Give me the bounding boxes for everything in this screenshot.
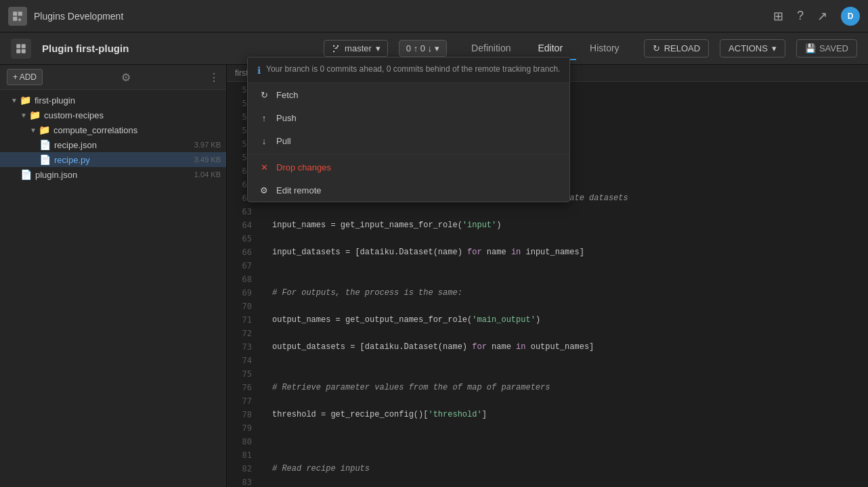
code-line: output_names = get_output_names_for_role… <box>264 313 861 327</box>
tree-item-recipe-py[interactable]: 📄 recipe.py 3.49 KB <box>0 152 226 167</box>
code-line: # Retrieve parameter values from the of … <box>264 381 861 394</box>
tree-label-compute-correlations: compute_correlations <box>53 125 221 135</box>
code-line: output_datasets = [dataiku.Dataset(name)… <box>264 340 861 354</box>
git-dropdown: ℹ Your branch is 0 commits ahead, 0 comm… <box>247 57 570 202</box>
reload-icon: ↻ <box>653 43 660 53</box>
code-line: threshold = get_recipe_config()['thresho… <box>264 408 861 421</box>
tree-label-first-plugin: first-plugin <box>35 95 221 106</box>
commit-chevron: ▾ <box>435 43 439 53</box>
file-icon: 📄 <box>39 139 51 150</box>
dropdown-info-text: Your branch is 0 commits ahead, 0 commit… <box>266 64 560 74</box>
info-icon: ℹ <box>257 65 261 76</box>
edit-remote-label: Edit remote <box>276 185 321 195</box>
pull-item[interactable]: ↓ Pull <box>248 129 569 152</box>
code-line: input_names = get_input_names_for_role('… <box>264 218 861 232</box>
tree-item-recipe-json[interactable]: 📄 recipe.json 3.97 KB <box>0 137 226 152</box>
saved-label: SAVED <box>819 43 848 53</box>
sidebar-tree: ▼ 📁 first-plugin ▼ 📁 custom-recipes ▼ 📁 … <box>0 90 226 487</box>
svg-rect-1 <box>22 44 26 48</box>
topbar-icons: ⊞ ? ↗ D <box>773 7 860 26</box>
branch-chevron: ▾ <box>376 43 381 53</box>
push-label: Push <box>276 113 297 123</box>
tree-label-custom-recipes: custom-recipes <box>44 110 221 120</box>
svg-point-6 <box>333 50 334 51</box>
more-icon[interactable]: ⋮ <box>209 71 219 84</box>
actions-chevron: ▾ <box>772 43 777 53</box>
svg-rect-3 <box>22 49 26 53</box>
tree-label-recipe-py: recipe.py <box>54 155 194 165</box>
saved-icon: 💾 <box>805 43 816 53</box>
tree-item-first-plugin[interactable]: ▼ 📁 first-plugin <box>0 93 226 108</box>
dropdown-separator <box>248 154 569 154</box>
folder-arrow: ▼ <box>11 97 18 104</box>
folder-icon: 📁 <box>20 95 31 106</box>
svg-rect-0 <box>16 44 20 48</box>
x-icon: ✕ <box>259 162 269 172</box>
saved-badge: 💾 SAVED <box>796 39 857 57</box>
branch-selector[interactable]: master ▾ <box>324 40 388 57</box>
chart-icon[interactable]: ↗ <box>817 9 827 24</box>
fetch-label: Fetch <box>276 90 299 100</box>
dropdown-info: ℹ Your branch is 0 commits ahead, 0 comm… <box>248 57 569 83</box>
reload-label: RELOAD <box>664 43 700 53</box>
gear-icon: ⚙ <box>259 185 269 195</box>
code-line: # Read recipe inputs <box>264 462 861 476</box>
add-button[interactable]: + ADD <box>7 69 43 85</box>
refresh-icon: ↻ <box>259 89 269 100</box>
help-icon[interactable]: ? <box>797 9 804 23</box>
tree-size-plugin-json: 1.04 KB <box>194 170 221 179</box>
drop-changes-item[interactable]: ✕ Drop changes <box>248 156 569 179</box>
tree-size-recipe-json: 3.97 KB <box>194 141 221 149</box>
svg-point-4 <box>333 45 334 46</box>
app-logo <box>8 7 27 26</box>
reload-button[interactable]: ↻ RELOAD <box>644 39 709 57</box>
folder-arrow: ▼ <box>30 126 37 134</box>
tree-item-custom-recipes[interactable]: ▼ 📁 custom-recipes <box>0 108 226 122</box>
settings-icon[interactable]: ⚙ <box>121 71 131 84</box>
drop-label: Drop changes <box>276 162 331 172</box>
upload-icon: ↑ <box>259 112 269 123</box>
tree-item-plugin-json[interactable]: 📄 plugin.json 1.04 KB <box>0 167 226 182</box>
code-line: input_datasets = [dataiku.Dataset(name) … <box>264 246 861 259</box>
tree-label-recipe-json: recipe.json <box>54 140 194 150</box>
commit-label: 0 ↑ 0 ↓ <box>406 43 432 53</box>
topbar-title: Plugins Development <box>34 11 766 22</box>
svg-rect-2 <box>16 49 20 53</box>
grid-icon[interactable]: ⊞ <box>773 9 783 24</box>
push-item[interactable]: ↑ Push <box>248 106 569 129</box>
commit-button[interactable]: 0 ↑ 0 ↓ ▾ <box>399 40 447 57</box>
tree-label-plugin-json: plugin.json <box>35 170 194 180</box>
svg-point-5 <box>337 45 339 46</box>
folder-arrow: ▼ <box>20 112 27 119</box>
edit-remote-item[interactable]: ⚙ Edit remote <box>248 179 569 202</box>
tree-size-recipe-py: 3.49 KB <box>194 156 221 164</box>
code-line: # For outputs, the process is the same: <box>264 286 861 300</box>
user-avatar[interactable]: D <box>841 7 860 26</box>
branch-name: master <box>345 43 372 53</box>
fetch-item[interactable]: ↻ Fetch <box>248 83 569 106</box>
plugin-title: Plugin first-plugin <box>42 43 313 54</box>
folder-icon: 📁 <box>29 110 41 120</box>
plugin-icon <box>11 39 31 59</box>
topbar: Plugins Development ⊞ ? ↗ D <box>0 0 868 32</box>
tab-history[interactable]: History <box>576 37 633 60</box>
download-icon: ↓ <box>259 135 269 146</box>
folder-icon: 📁 <box>39 124 50 135</box>
sidebar: + ADD ⚙ ⋮ ▼ 📁 first-plugin ▼ 📁 custom-re… <box>0 65 227 487</box>
tree-item-compute-correlations[interactable]: ▼ 📁 compute_correlations <box>0 122 226 137</box>
sidebar-toolbar: + ADD ⚙ ⋮ <box>0 65 226 90</box>
actions-label: ACTIONS <box>729 43 768 53</box>
pull-label: Pull <box>276 136 291 146</box>
file-icon: 📄 <box>39 154 51 165</box>
actions-button[interactable]: ACTIONS ▾ <box>720 39 785 57</box>
file-icon: 📄 <box>20 169 32 180</box>
